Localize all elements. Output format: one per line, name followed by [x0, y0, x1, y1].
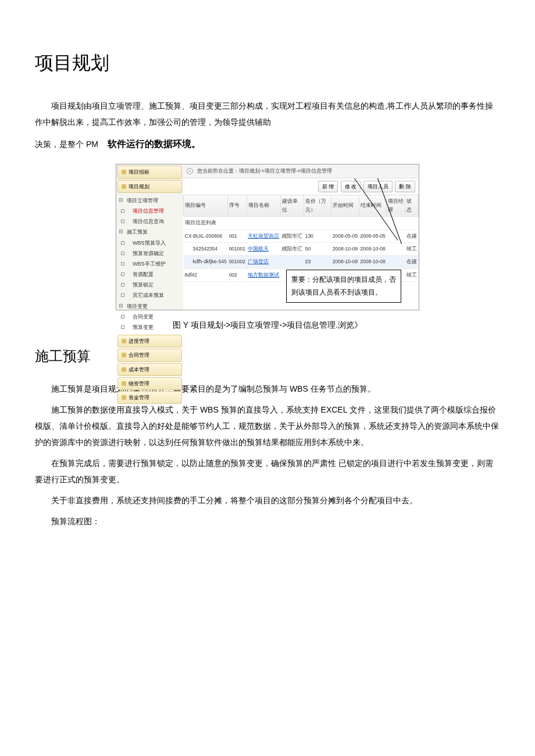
decision-line: 决策，是整个 PM 软件运行的数据环境。	[35, 136, 500, 153]
tree-item-info-mgmt[interactable]: 项目信息管理	[119, 206, 181, 216]
tree-item-info-query[interactable]: 项目信息查询	[119, 216, 181, 227]
folder-icon	[122, 184, 126, 189]
breadcrumb: ‹ 您当前所在位置：项目规划->项目立项管理->项目信息管理	[183, 164, 419, 178]
folder-icon	[122, 170, 126, 174]
project-link[interactable]: 广场货店	[247, 256, 280, 268]
add-button[interactable]: 新 增	[318, 181, 338, 192]
tree-item-contract-change[interactable]: 合同变更	[119, 311, 181, 322]
sidebar-tree: 项目立项管理 项目信息管理 项目信息查询 施工预算 WBS预算导入 预算资源确定…	[116, 194, 183, 334]
col-status[interactable]: 状态	[405, 195, 419, 217]
tree-root-change[interactable]: 项目变更	[119, 301, 181, 311]
breadcrumb-prefix: 您当前所在位置：	[197, 168, 239, 174]
col-price[interactable]: 造价（万元）	[304, 195, 331, 217]
folder-icon	[122, 367, 126, 372]
figure-caption: 图 Y 项目规划->项目立项管理->项目信息管理.浏览》	[35, 318, 500, 332]
table-row[interactable]: kdfh-dkfjke-545 001002 广场货店 23 2008-10-0…	[184, 256, 419, 268]
tree-item-wbs-import[interactable]: WBS预算导入	[119, 238, 181, 248]
project-link[interactable]: 中国航天	[247, 242, 280, 255]
sidebar-header-fund[interactable]: 资金管理	[117, 391, 182, 404]
folder-icon	[122, 339, 126, 343]
screenshot-sidebar: 项目招标 项目规划 项目立项管理 项目信息管理 项目信息查询 施工预算 WBS预…	[116, 164, 184, 310]
body-paragraph: 预算流程图：	[35, 513, 500, 529]
col-name[interactable]: 项目名称	[247, 195, 280, 217]
screenshot-figure: 项目招标 项目规划 项目立项管理 项目信息管理 项目信息查询 施工预算 WBS预…	[116, 164, 419, 310]
tree-item-res-config[interactable]: 资源配置	[119, 269, 181, 280]
tree-item-res-confirm[interactable]: 预算资源确定	[119, 248, 181, 259]
col-unit[interactable]: 建设单位	[280, 195, 304, 217]
decision-bold: 软件运行的数据环境。	[108, 139, 201, 149]
intro-paragraph: 项目规划由项目立项管理、施工预算、项目变更三部分构成，实现对工程项目有关信息的构…	[35, 98, 500, 130]
tree-item-wbs-manual[interactable]: WBS手工维护	[119, 259, 181, 269]
tree-root-setup[interactable]: 项目立项管理	[119, 195, 181, 206]
sidebar-header-progress[interactable]: 进度管理	[117, 335, 182, 347]
tree-item-budget-lock[interactable]: 预算锁定	[119, 280, 181, 290]
table-row[interactable]: 342542354 001001 中国航天 咸阳市汇 50 2008-10-08…	[184, 242, 419, 255]
tree-root-budget[interactable]: 施工预算	[119, 227, 181, 237]
members-button[interactable]: 项目人员	[363, 181, 393, 192]
toolbar: 新 增 修 改 项目人员 删 除	[183, 178, 419, 195]
body-paragraph: 在预算完成后，需要进行预算锁定，以防止随意的预算变更，确保预算的严肃性 已锁定的…	[35, 455, 500, 488]
project-link[interactable]: 地方数据测试	[247, 268, 280, 281]
tree-item-budget-change[interactable]: 预算变更	[119, 322, 181, 332]
col-manager[interactable]: 项目经理	[387, 195, 405, 217]
col-code[interactable]: 项目编号	[184, 195, 228, 217]
project-link[interactable]: 天虹商贸商店	[247, 230, 280, 242]
table-row[interactable]: CX-BUIL-200806 001 天虹商贸商店 咸阳市汇 130 2008-…	[184, 230, 419, 242]
body-paragraph: 施工预算的数据使用直接导入模式，关于 WBS 预算的直接导入，系统支持 EXCE…	[35, 402, 500, 450]
table-header-row: 项目编号 序号 项目名称 建设单位 造价（万元） 开始时间 结束时间 项目经理 …	[184, 195, 419, 217]
tree-item-other-cost[interactable]: 其它成本预算	[119, 290, 181, 300]
sidebar-header-material[interactable]: 物资管理	[117, 377, 182, 390]
body-paragraph: 关于非直接费用，系统还支持间接费的手工分摊，将整个项目的这部分预算分摊到各个分配…	[35, 492, 500, 508]
callout-box: 重要：分配该项目的项目成员，否则该项目人员看不到该项目。	[286, 270, 401, 303]
folder-icon	[122, 353, 126, 357]
folder-icon	[122, 381, 126, 386]
delete-button[interactable]: 删 除	[395, 181, 415, 192]
sidebar-header-bidding[interactable]: 项目招标	[117, 166, 182, 178]
breadcrumb-path: 项目规划->项目立项管理->项目信息管理	[239, 168, 333, 174]
project-table: 项目编号 序号 项目名称 建设单位 造价（万元） 开始时间 结束时间 项目经理 …	[183, 195, 419, 282]
screenshot-main: ‹ 您当前所在位置：项目规划->项目立项管理->项目信息管理 新 增 修 改 项…	[183, 164, 419, 310]
breadcrumb-icon: ‹	[187, 168, 193, 174]
folder-icon	[122, 395, 126, 400]
decision-pre: 决策，是整个 PM	[35, 139, 98, 149]
sidebar-header-contract[interactable]: 合同管理	[117, 349, 182, 361]
body-paragraph: 施工预算是项目规划的重点部分，其要紧目的是为了编制总预算与 WBS 任务节点的预…	[35, 381, 500, 397]
sidebar-header-planning[interactable]: 项目规划	[117, 180, 182, 193]
sidebar-header-cost[interactable]: 成本管理	[117, 363, 182, 376]
page-title: 项目规划	[35, 46, 500, 80]
section-title: 施工预算	[35, 344, 500, 369]
col-start[interactable]: 开始时间	[331, 195, 359, 217]
col-seq[interactable]: 序号	[228, 195, 247, 217]
